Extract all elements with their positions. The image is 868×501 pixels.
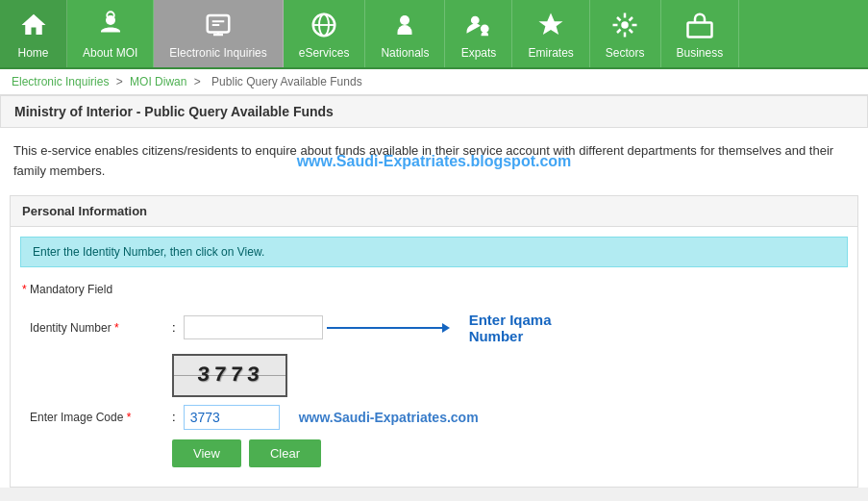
nav-electronic-label: Electronic Inquiries bbox=[169, 46, 266, 60]
nav-sectors[interactable]: Sectors bbox=[590, 0, 661, 67]
nav-nationals-label: Nationals bbox=[381, 46, 429, 60]
image-code-input[interactable] bbox=[184, 405, 280, 430]
sectors-icon bbox=[608, 8, 642, 42]
breadcrumb-link-moi[interactable]: MOI Diwan bbox=[130, 75, 186, 88]
expats-icon bbox=[461, 8, 496, 42]
svg-rect-2 bbox=[208, 15, 230, 33]
svg-point-7 bbox=[471, 16, 480, 25]
clear-button[interactable]: Clear bbox=[249, 439, 321, 467]
svg-point-6 bbox=[400, 15, 409, 25]
button-row: View Clear bbox=[172, 439, 838, 467]
nav-emirates-label: Emirates bbox=[528, 46, 573, 60]
page-title: Ministry of Interior - Public Query Avai… bbox=[0, 95, 868, 128]
description-text: This e-service enables citizens/resident… bbox=[13, 143, 833, 178]
breadcrumb-separator-2: > bbox=[194, 75, 204, 88]
svg-point-9 bbox=[621, 21, 629, 29]
business-icon bbox=[682, 8, 717, 42]
mandatory-note: * Mandatory Field bbox=[11, 277, 857, 302]
electronic-icon bbox=[201, 8, 236, 42]
nav-business-label: Business bbox=[677, 46, 724, 60]
nav-home[interactable]: Home bbox=[0, 0, 67, 67]
iqama-hint: Enter IqamaNumber bbox=[469, 312, 552, 344]
breadcrumb-separator-1: > bbox=[116, 75, 126, 88]
breadcrumb-link-electronic[interactable]: Electronic Inquiries bbox=[12, 75, 109, 88]
colon2: : bbox=[172, 410, 176, 424]
svg-rect-10 bbox=[687, 23, 711, 38]
nav-home-label: Home bbox=[17, 46, 48, 60]
captcha-container: 3773 bbox=[172, 354, 838, 397]
captcha-text: 3773 bbox=[196, 363, 264, 388]
description-box: This e-service enables citizens/resident… bbox=[0, 128, 868, 195]
nav-electronic-inquiries[interactable]: Electronic Inquiries bbox=[154, 0, 283, 67]
nav-business[interactable]: Business bbox=[661, 0, 740, 67]
image-code-row: Enter Image Code * : www.Saudi-Expatriat… bbox=[30, 405, 838, 430]
svg-point-8 bbox=[481, 24, 489, 33]
asterisk-symbol: * bbox=[22, 283, 27, 296]
arrowhead bbox=[442, 323, 450, 333]
nav-about-label: About MOI bbox=[83, 46, 137, 60]
nav-eservices-label: eServices bbox=[299, 46, 350, 60]
home-icon bbox=[16, 8, 51, 42]
identity-number-row: Identity Number * : Enter IqamaNumber bbox=[30, 312, 838, 344]
nationals-icon bbox=[387, 8, 422, 42]
identity-number-input[interactable] bbox=[184, 315, 323, 339]
arrow-indicator bbox=[327, 323, 450, 333]
emirates-icon bbox=[533, 8, 568, 42]
nav-about-moi[interactable]: About MOI bbox=[67, 0, 154, 67]
section-header: Personal Information bbox=[11, 196, 857, 227]
breadcrumb-current: Public Query Available Funds bbox=[211, 75, 362, 88]
main-content: Ministry of Interior - Public Query Avai… bbox=[0, 95, 868, 488]
identity-number-label: Identity Number * bbox=[30, 321, 164, 335]
nav-eservices[interactable]: eServices bbox=[284, 0, 366, 67]
mandatory-text: Mandatory Field bbox=[30, 283, 112, 296]
captcha-image: 3773 bbox=[172, 354, 287, 397]
image-code-label: Enter Image Code * bbox=[30, 411, 164, 424]
globe-icon bbox=[307, 8, 341, 42]
colon1: : bbox=[172, 320, 176, 335]
view-button[interactable]: View bbox=[172, 439, 241, 467]
navigation: Home About MOI Electronic Inquiries eSer… bbox=[0, 0, 868, 69]
info-hint: Enter the Identity Number, then click on… bbox=[20, 237, 848, 267]
nav-expats[interactable]: Expats bbox=[445, 0, 512, 67]
nav-nationals[interactable]: Nationals bbox=[365, 0, 445, 67]
nav-emirates[interactable]: Emirates bbox=[512, 0, 589, 67]
form-area: Identity Number * : Enter IqamaNumber 37… bbox=[11, 302, 857, 487]
about-icon bbox=[93, 8, 128, 42]
personal-info-section: Personal Information Enter the Identity … bbox=[10, 195, 858, 488]
nav-expats-label: Expats bbox=[461, 46, 497, 60]
breadcrumb: Electronic Inquiries > MOI Diwan > Publi… bbox=[0, 69, 868, 95]
arrow-line-body bbox=[327, 327, 442, 329]
nav-sectors-label: Sectors bbox=[606, 46, 645, 60]
watermark2: www.Saudi-Expatriates.com bbox=[299, 410, 479, 425]
